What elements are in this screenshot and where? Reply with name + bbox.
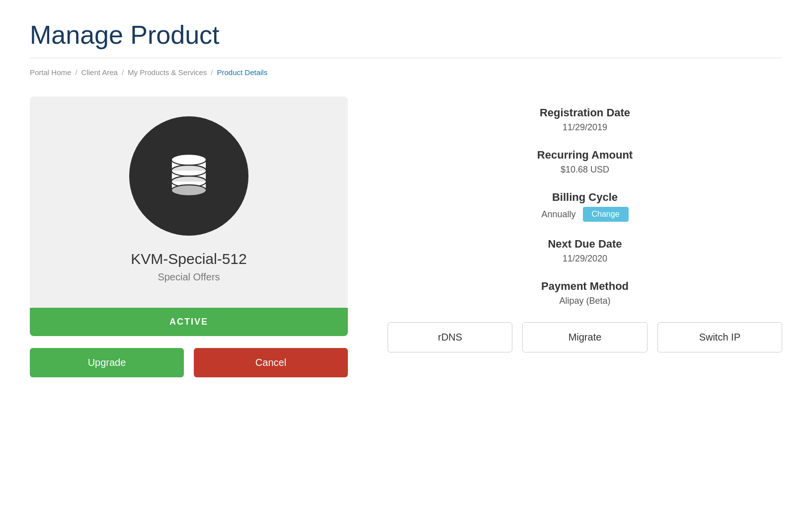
rdns-button[interactable]: rDNS <box>388 322 512 352</box>
billing-cycle-block: Billing Cycle Annually Change <box>388 191 782 222</box>
registration-date-block: Registration Date 11/29/2019 <box>388 106 782 133</box>
switch-ip-button[interactable]: Switch IP <box>657 322 782 352</box>
registration-date-label: Registration Date <box>388 106 782 119</box>
svg-point-12 <box>171 185 206 196</box>
action-row: Upgrade Cancel <box>30 348 348 377</box>
billing-cycle-label: Billing Cycle <box>388 191 782 204</box>
payment-method-block: Payment Method Alipay (Beta) <box>388 280 782 306</box>
product-icon-circle <box>129 116 248 236</box>
payment-method-value: Alipay (Beta) <box>388 296 782 306</box>
next-due-date-value: 11/29/2020 <box>388 254 782 264</box>
breadcrumb-client-area[interactable]: Client Area <box>81 68 118 77</box>
status-bar: ACTIVE <box>30 308 348 336</box>
breadcrumb: Portal Home / Client Area / My Products … <box>30 68 782 77</box>
page-title: Manage Product <box>30 20 782 50</box>
recurring-amount-label: Recurring Amount <box>388 149 782 162</box>
next-due-date-label: Next Due Date <box>388 238 782 251</box>
billing-cycle-row: Annually Change <box>388 207 782 222</box>
migrate-button[interactable]: Migrate <box>522 322 647 352</box>
registration-date-value: 11/29/2019 <box>388 122 782 133</box>
secondary-actions: rDNS Migrate Switch IP <box>388 322 782 352</box>
recurring-amount-block: Recurring Amount $10.68 USD <box>388 149 782 175</box>
product-category: Special Offers <box>158 271 220 283</box>
breadcrumb-product-details: Product Details <box>217 68 267 77</box>
breadcrumb-portal-home[interactable]: Portal Home <box>30 68 71 77</box>
breadcrumb-sep-1: / <box>75 68 77 77</box>
payment-method-label: Payment Method <box>388 280 782 293</box>
upgrade-button[interactable]: Upgrade <box>30 348 184 377</box>
recurring-amount-value: $10.68 USD <box>388 165 782 175</box>
change-billing-cycle-button[interactable]: Change <box>583 207 629 222</box>
next-due-date-block: Next Due Date 11/29/2020 <box>388 238 782 264</box>
cancel-button[interactable]: Cancel <box>194 348 348 377</box>
product-card-inner: KVM-Special-512 Special Offers <box>30 96 348 308</box>
main-content: KVM-Special-512 Special Offers ACTIVE Up… <box>30 96 782 377</box>
database-icon <box>162 148 216 204</box>
product-card: KVM-Special-512 Special Offers ACTIVE Up… <box>30 96 348 377</box>
divider <box>30 58 782 58</box>
billing-cycle-value: Annually <box>541 209 575 220</box>
product-name: KVM-Special-512 <box>131 251 246 267</box>
product-details: Registration Date 11/29/2019 Recurring A… <box>388 96 782 352</box>
breadcrumb-sep-3: / <box>211 68 213 77</box>
breadcrumb-my-products[interactable]: My Products & Services <box>128 68 207 77</box>
breadcrumb-sep-2: / <box>122 68 124 77</box>
